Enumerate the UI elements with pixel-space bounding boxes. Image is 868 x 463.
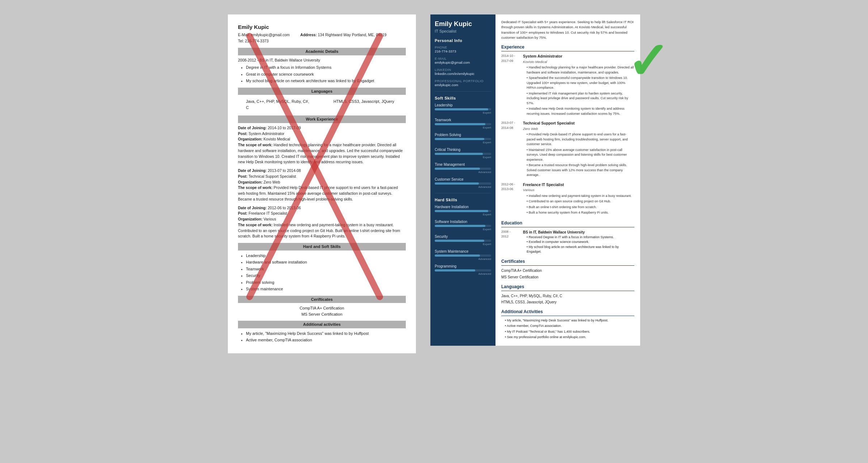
- education-title: Education: [501, 220, 634, 227]
- list-item: System maintenance: [246, 286, 406, 292]
- list-item: Provided Help Desk-based IT phone suppor…: [527, 132, 634, 147]
- bad-email: E-Mail: emilykupic@gmail.com Address: 13…: [238, 32, 406, 38]
- list-item: HTML5, CSS3, Javascript, JQuery: [333, 98, 406, 105]
- personal-info-title: Personal Info: [435, 38, 491, 43]
- list-item: Built an online t-shirt ordering site fr…: [527, 205, 634, 210]
- list-item: My article, "Maximizing Help Desk Succes…: [246, 331, 406, 337]
- good-job-3: 2012-06 - 2013-06 Freelance IT Specialis…: [501, 182, 634, 216]
- bad-certs-section: Cerifticates: [238, 296, 406, 303]
- good-job-2: 2013-07 - 2014-08 Technical Support Spec…: [501, 121, 634, 178]
- list-item: Excelled in computer science coursework.: [527, 240, 634, 245]
- good-summary: Dedicated IT Specialist with 5+ years ex…: [501, 20, 634, 40]
- bad-tel: Tel: 216-774-3373: [238, 38, 406, 44]
- skill-teamwork: Teamwork Expert: [435, 118, 491, 129]
- activities-list: My article, "Maximizing Help Desk Succes…: [501, 318, 634, 340]
- experience-title: Experience: [501, 44, 634, 51]
- skill-customer-service: Customer Service Advanced: [435, 177, 491, 189]
- good-title: IT Specialist: [435, 29, 491, 33]
- list-item: My IT Podcast "Technical or Bust," has 1…: [505, 329, 634, 334]
- skill-sys-maintenance: System Maintenance Advanced: [435, 249, 491, 261]
- bad-skills-section: Hard and Soft Skills: [238, 243, 406, 251]
- list-item: Contributed to an open source coding pro…: [527, 199, 634, 204]
- bad-activities-list: My article, "Maximizing Help Desk Succes…: [238, 331, 406, 343]
- list-item: Installed new ordering and payment-takin…: [527, 194, 634, 199]
- bad-resume: Emily Kupic E-Mail: emilykupic@gmail.com…: [228, 14, 416, 353]
- skill-programming: Programming Advanced: [435, 264, 491, 275]
- list-item: Handled technology planning for a major …: [527, 65, 634, 75]
- hard-skills-title: Hard Skills: [435, 198, 491, 202]
- bad-name: Emily Kupic: [238, 23, 406, 31]
- list-item: Degree in IT with a focus in Information…: [246, 64, 406, 71]
- skill-security: Security Expert: [435, 235, 491, 246]
- list-item: Active member, CompTIA association.: [505, 324, 634, 329]
- skill-time-management: Time Management Advanced: [435, 163, 491, 174]
- list-item: Leadership: [246, 253, 406, 259]
- languages-title: Languages: [501, 283, 634, 291]
- good-name: Emily Kupic: [435, 20, 491, 28]
- list-item: Hardware and software installation: [246, 259, 406, 265]
- good-education: 2008 - 2012 BS in IT, Baldwin Wallace Un…: [501, 230, 634, 254]
- good-sidebar: Emily Kupic IT Specialist Personal Info …: [430, 14, 495, 346]
- activities-title: Additional Activities: [501, 308, 634, 316]
- list-item: Teamwork: [246, 266, 406, 272]
- list-item: My article, "Maximizing Help Desk Succes…: [505, 318, 634, 323]
- list-item: Java, C++, PHP, MySQL, Ruby, C#, C: [246, 98, 318, 110]
- lang-2: HTML5, CSS3, Javascript, JQuery: [501, 299, 634, 305]
- list-item: Became a trusted resource through high-l…: [527, 163, 634, 178]
- list-item: Implemented IT risk management plan to h…: [527, 91, 634, 106]
- sidebar-divider-2: [435, 193, 491, 193]
- bad-languages: Java, C++, PHP, MySQL, Ruby, C#, C HTML5…: [238, 97, 406, 112]
- good-main-content: Dedicated IT Specialist with 5+ years ex…: [495, 14, 640, 346]
- list-item: Built a home security system from 4 Rasp…: [527, 210, 634, 215]
- sidebar-divider-1: [435, 91, 491, 92]
- list-item: Great in computer science coursework: [246, 71, 406, 77]
- bad-certs: CompTIA A+ Certification MS Server Certi…: [238, 305, 406, 317]
- list-item: Problem solving: [246, 279, 406, 286]
- linkedin-contact: LinkedIn linkedin.com/in/emilykupic: [435, 68, 491, 76]
- soft-skills-title: Soft Skills: [435, 96, 491, 100]
- bad-edu-bullets: Degree in IT with a focus in Information…: [238, 64, 406, 84]
- email-contact: E-mail emilykupic@gmail.com: [435, 57, 491, 64]
- skill-problem-solving: Problem Solving Expert: [435, 133, 491, 144]
- list-item: My school blog article on network archit…: [527, 245, 634, 254]
- bad-job-1: Date of Joining: 2014-10 to 2017-09 Post…: [238, 125, 406, 165]
- skill-leadership: Leadership Expert: [435, 103, 491, 114]
- bad-languages-section: Languages: [238, 88, 406, 95]
- list-item: See my professional portfolio online at …: [505, 335, 634, 340]
- bad-job-3: Date of Joining: 2012-06 to 2013-06 Post…: [238, 205, 406, 240]
- list-item: My school blog article on network archit…: [246, 78, 406, 84]
- list-item: Maintained 15% above average customer sa…: [527, 148, 634, 163]
- list-item: Received Degree in IT with a focus in In…: [527, 235, 634, 240]
- bad-education: 2008-2012 - BS in IT, Baldwin Wallace Un…: [238, 58, 406, 84]
- certs-title: Certificates: [501, 258, 634, 266]
- phone-contact: Phone 216-774-3373: [435, 46, 491, 53]
- cert-1: CompTIA A+ Certification: [501, 268, 634, 273]
- lang-1: Java, C++, PHP, MySQL, Ruby, C#, C: [501, 293, 634, 299]
- good-resume: ✓ Emily Kupic IT Specialist Personal Inf…: [430, 14, 640, 346]
- bad-resume-header: Emily Kupic E-Mail: emilykupic@gmail.com…: [238, 23, 406, 44]
- skill-sw-install: Software Installation Expert: [435, 220, 491, 231]
- list-item: Spearheaded the successful companywide t…: [527, 76, 634, 91]
- list-item: Security: [246, 273, 406, 279]
- cert-2: MS Server Certification: [501, 274, 634, 280]
- bad-job-2: Date of Joining: 2013-07 to 2014-08 Post…: [238, 168, 406, 202]
- skill-critical-thinking: Critical Thinking Expert: [435, 148, 491, 159]
- list-item: Installed new Help Desk monitoring syste…: [527, 106, 634, 116]
- skill-hw-install: Hardware Installation Expert: [435, 205, 491, 216]
- bad-activities-section: Additional activities: [238, 321, 406, 328]
- bad-work-section: Work Experience: [238, 115, 406, 123]
- portfolio-contact: Professional Portfolio emilykupic.com: [435, 79, 491, 87]
- bad-academic-section: Academic Details: [238, 48, 406, 55]
- list-item: Active member, CompTIA association: [246, 337, 406, 343]
- good-job-1: 2014-10 - 2017-09 System Administrator K…: [501, 54, 634, 117]
- bad-skills-list: Leadership Hardware and software install…: [238, 253, 406, 292]
